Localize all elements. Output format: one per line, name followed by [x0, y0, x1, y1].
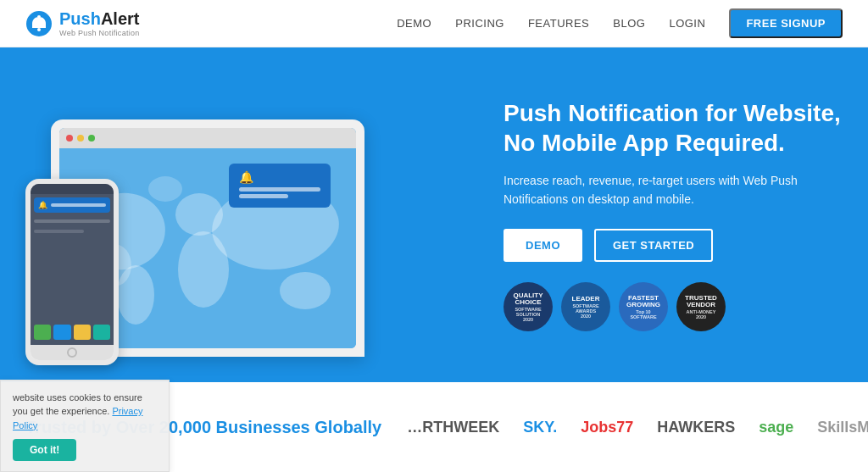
header: PushAlert Web Push Notification DEMO PRI…: [0, 0, 868, 47]
badge-leader: LEADER SOFTWARE AWARDS2020: [561, 282, 610, 331]
hero-content: Push Notification for Website, No Mobile…: [470, 98, 843, 332]
brand-logos: …RTHWEEK SKY. Jobs77 HAWKERS sage Skills…: [407, 419, 868, 436]
nav-demo[interactable]: DEMO: [397, 17, 431, 30]
cookie-banner: website uses cookies to ensure you get t…: [0, 380, 170, 473]
color-block-teal: [93, 325, 110, 340]
badge-sub: SOFTWARE AWARDS2020: [565, 303, 607, 319]
logo-icon: [25, 10, 53, 37]
logo-subtitle: Web Push Notification: [59, 29, 140, 37]
badge-label: QUALITYCHOICE: [513, 292, 542, 308]
svg-point-10: [280, 272, 331, 309]
phone-color-blocks: [31, 321, 114, 343]
notification-bell-icon: 🔔: [239, 170, 320, 184]
notif-line-1: [239, 187, 320, 192]
phone-notification: 🔔: [34, 197, 110, 213]
dot-red: [66, 135, 73, 142]
badge-label: FASTESTGROWING: [626, 295, 660, 310]
svg-point-1: [37, 28, 41, 31]
cookie-accept-button[interactable]: Got it!: [13, 439, 76, 461]
badge-quality-choice: QUALITYCHOICE SOFTWARE SOLUTION2020: [504, 282, 553, 331]
main-nav: DEMO PRICING FEATURES BLOG LOGIN FREE SI…: [397, 8, 843, 38]
brand-skillsmap: SkillsMap: [817, 419, 868, 436]
badge-label: TRUSTEDVENDOR: [685, 295, 717, 310]
brand-sage: sage: [759, 419, 793, 436]
badge-sub: Top 10SOFTWARE: [630, 309, 656, 319]
nav-pricing[interactable]: PRICING: [455, 17, 504, 30]
brand-hawkers: HAWKERS: [657, 419, 735, 436]
bottom-section: Trusted by Over 20,000 Businesses Global…: [0, 382, 868, 472]
hero-buttons: DEMO GET STARTED: [504, 229, 843, 262]
phone-status-bar: [31, 184, 114, 194]
svg-point-11: [148, 176, 182, 202]
get-started-button[interactable]: GET STARTED: [594, 229, 713, 262]
logo-name: PushAlert: [59, 9, 140, 29]
logo-text: PushAlert Web Push Notification: [59, 9, 140, 37]
hero-section: 🔔 🔔: [0, 47, 868, 382]
badge-sub: SOFTWARE SOLUTION2020: [507, 307, 549, 322]
svg-rect-2: [37, 15, 41, 18]
award-badges: QUALITYCHOICE SOFTWARE SOLUTION2020 LEAD…: [504, 282, 843, 331]
laptop-topbar: [59, 128, 356, 148]
color-block-green: [34, 325, 51, 340]
cookie-text: website uses cookies to ensure you get t…: [13, 391, 157, 433]
svg-point-6: [117, 265, 154, 325]
dot-yellow: [77, 135, 84, 142]
badge-fastest-growing: FASTESTGROWING Top 10SOFTWARE: [619, 282, 668, 331]
brand-sky: SKY.: [523, 419, 557, 436]
phone-home-button: [31, 345, 114, 360]
laptop-notification: 🔔: [229, 164, 331, 208]
phone-line-2: [34, 230, 84, 233]
phone-screen: 🔔: [31, 184, 114, 345]
hero-heading: Push Notification for Website, No Mobile…: [504, 98, 843, 158]
phone-notif-text: [51, 203, 106, 207]
phone-illustration: 🔔: [25, 179, 119, 365]
hero-subtext: Increase reach, revenue, re-target users…: [504, 171, 843, 209]
badge-trusted-vendor: TRUSTEDVENDOR ANTI-MONEY2020: [676, 282, 726, 331]
brand-jobs77: Jobs77: [581, 419, 633, 436]
color-block-yellow: [74, 325, 91, 340]
logo: PushAlert Web Push Notification: [25, 9, 140, 37]
nav-login[interactable]: LOGIN: [669, 17, 705, 30]
privacy-policy-link[interactable]: Privacy Policy: [13, 406, 142, 430]
home-circle: [67, 347, 77, 358]
dot-green: [88, 135, 95, 142]
nav-blog[interactable]: BLOG: [613, 17, 645, 30]
brand-rthweek: …RTHWEEK: [407, 419, 499, 436]
phone-line-1: [34, 219, 110, 223]
badge-sub: ANTI-MONEY2020: [687, 309, 716, 319]
phone-bell-icon: 🔔: [38, 201, 47, 209]
hero-illustration: 🔔 🔔: [17, 47, 470, 382]
badge-label: LEADER: [572, 296, 600, 303]
demo-button[interactable]: DEMO: [504, 229, 582, 262]
notif-line-2: [239, 194, 288, 198]
signup-button[interactable]: FREE SIGNUP: [729, 8, 843, 38]
color-block-blue: [53, 325, 70, 340]
nav-features[interactable]: FEATURES: [528, 17, 589, 30]
